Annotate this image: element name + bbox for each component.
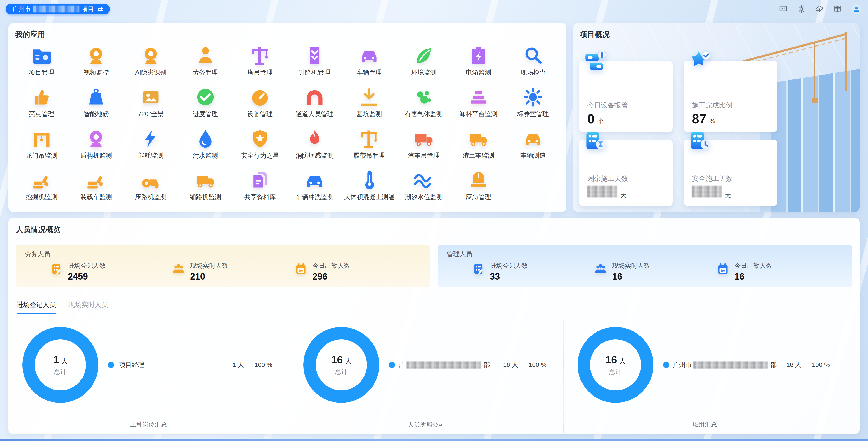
project-switcher-pill[interactable]: 广州市 项目 ⇄ bbox=[6, 4, 110, 14]
tile-label: 今日设备报警 bbox=[587, 101, 673, 110]
personnel-title: 人员情况概览 bbox=[16, 225, 860, 235]
truck-icon bbox=[197, 176, 214, 188]
donut-legend-row[interactable]: 广 部 16 人 100 % bbox=[379, 361, 563, 369]
star-icon bbox=[691, 51, 710, 66]
apps-grid: 项目管理 视频监控 AI隐患识别 劳务管理 塔吊管理 bbox=[8, 40, 566, 212]
app-item[interactable]: AI隐患识别 bbox=[123, 45, 178, 77]
app-item[interactable]: 海洋浊度监测 bbox=[178, 211, 233, 212]
people-icon bbox=[595, 264, 606, 273]
car-icon bbox=[362, 51, 377, 62]
truck-icon bbox=[470, 134, 487, 146]
management-panel-title: 管理人员 bbox=[447, 250, 472, 258]
app-item[interactable]: 共享资料库 bbox=[232, 170, 287, 201]
topbar-actions bbox=[779, 0, 862, 18]
donut-legend-row[interactable]: 广州市 部 16 人 100 % bbox=[653, 361, 846, 369]
app-item[interactable]: 挖掘机监测 bbox=[14, 170, 69, 201]
app-item[interactable]: 智能地磅 bbox=[69, 87, 124, 118]
app-item[interactable]: 基坑监测 bbox=[342, 87, 397, 118]
app-item[interactable]: 安全行为之星 bbox=[232, 128, 287, 160]
app-item[interactable]: 标养室管理 bbox=[506, 87, 560, 118]
app-item[interactable]: 消防烟感监测 bbox=[287, 128, 342, 160]
app-item[interactable]: 能耗监测 bbox=[123, 128, 178, 160]
truck-icon bbox=[415, 134, 433, 146]
app-item[interactable]: 视频监控 bbox=[69, 45, 124, 77]
monitor-chart-icon[interactable] bbox=[779, 5, 787, 13]
app-item[interactable]: 有害气体监测 bbox=[397, 87, 451, 118]
cloud-download-icon[interactable] bbox=[815, 5, 824, 13]
stat-label: 今日出勤人数 bbox=[312, 262, 350, 270]
app-item[interactable]: 设备管理 bbox=[232, 87, 287, 118]
donut-chart: 16 人 总计 bbox=[303, 327, 379, 403]
app-item[interactable]: 污水监测 bbox=[178, 128, 233, 160]
app-item[interactable]: 卸料平台监测 bbox=[451, 87, 506, 118]
overview-stat-tile: 施工完成比例 87 % bbox=[684, 61, 777, 132]
app-item[interactable]: 汽车吊管理 bbox=[397, 128, 451, 160]
tile-unit: 个 bbox=[598, 117, 604, 125]
stat-label: 进场登记人数 bbox=[68, 262, 106, 270]
app-item[interactable]: 车辆冲洗监测 bbox=[287, 170, 342, 201]
app-item[interactable]: 塔吊管理 bbox=[232, 45, 287, 77]
personnel-tab[interactable]: 进场登记人员 bbox=[17, 300, 56, 314]
digger-icon bbox=[33, 176, 49, 189]
stat-value: 2459 bbox=[68, 271, 106, 281]
app-item[interactable]: 潮汐水位监测 bbox=[397, 170, 451, 201]
flame-icon bbox=[310, 130, 319, 144]
app-label: 劳务管理 bbox=[193, 68, 218, 77]
app-item[interactable]: 大体积混凝土测温 bbox=[342, 170, 397, 201]
bell-icon bbox=[471, 172, 486, 187]
battery-icon bbox=[472, 47, 485, 64]
app-item[interactable]: 盾构机监测 bbox=[69, 128, 124, 160]
overview-stat-tile: 安全施工天数 天 bbox=[684, 140, 777, 206]
tile-label: 施工完成比例 bbox=[692, 101, 777, 110]
app-item[interactable]: 720°全景 bbox=[123, 87, 178, 118]
app-item[interactable] bbox=[232, 211, 287, 212]
app-item[interactable]: 项目管理 bbox=[14, 45, 69, 77]
app-label: 环境监测 bbox=[411, 68, 436, 77]
app-item[interactable]: 劳务管理 bbox=[178, 45, 233, 77]
people-icon bbox=[173, 264, 184, 273]
car-icon bbox=[526, 134, 540, 145]
legend-label-masked bbox=[693, 361, 768, 369]
app-label: 现场检查 bbox=[520, 68, 546, 77]
app-label: 压路机监测 bbox=[135, 193, 166, 201]
manual-book-icon[interactable] bbox=[833, 5, 842, 13]
docs-icon bbox=[253, 172, 267, 188]
app-item[interactable]: 现场检查 bbox=[506, 45, 560, 77]
app-item[interactable]: 渣土车监测 bbox=[451, 128, 506, 160]
swap-project-icon[interactable]: ⇄ bbox=[97, 5, 103, 13]
app-item[interactable]: 升降机管理 bbox=[287, 45, 342, 77]
app-item[interactable]: 隧道人员管理 bbox=[287, 87, 342, 118]
gas-icon bbox=[417, 91, 431, 104]
app-item[interactable]: 压路机监测 bbox=[123, 170, 178, 201]
settings-gear-icon[interactable] bbox=[797, 5, 806, 13]
app-label: 升降机管理 bbox=[299, 68, 331, 77]
crane-icon bbox=[252, 47, 268, 65]
tile-value-masked bbox=[587, 185, 617, 197]
personnel-tabs: 进场登记人员 现场实时人员 bbox=[17, 300, 860, 314]
app-item[interactable]: 车辆测速 bbox=[506, 128, 560, 160]
app-item[interactable]: 应急管理 bbox=[451, 170, 506, 201]
app-label: 安全行为之星 bbox=[241, 151, 279, 160]
app-item[interactable]: 环境监测 bbox=[397, 45, 451, 77]
donut-total-label: 总计 bbox=[609, 368, 622, 376]
donut-legend-row[interactable]: 项目经理 1 人 100 % bbox=[98, 361, 289, 369]
calban-icon bbox=[296, 263, 305, 274]
platform-icon bbox=[471, 91, 486, 104]
app-item[interactable]: 装载车监测 bbox=[69, 170, 124, 201]
app-label: 污水监测 bbox=[193, 151, 218, 160]
user-avatar[interactable] bbox=[851, 4, 862, 14]
app-label: 潮汐水位监测 bbox=[405, 193, 443, 201]
app-item[interactable]: 电箱监测 bbox=[451, 45, 506, 77]
donut-total-unit: 人 bbox=[345, 357, 351, 366]
hour-icon bbox=[586, 132, 605, 149]
app-item[interactable]: 龙门吊监测 bbox=[14, 128, 69, 160]
app-item[interactable]: 铺路机监测 bbox=[178, 170, 233, 201]
app-item[interactable]: 进度管理 bbox=[178, 87, 233, 118]
legend-count: 1 人 bbox=[232, 361, 244, 369]
stat-value: 16 bbox=[612, 271, 650, 281]
personnel-tab[interactable]: 现场实时人员 bbox=[68, 300, 108, 314]
chart-caption: 人员所属公司 bbox=[289, 420, 563, 429]
app-item[interactable]: 亮点管理 bbox=[14, 87, 69, 118]
app-item[interactable]: 车辆管理 bbox=[342, 45, 397, 77]
app-item[interactable]: 履带吊管理 bbox=[342, 128, 397, 160]
